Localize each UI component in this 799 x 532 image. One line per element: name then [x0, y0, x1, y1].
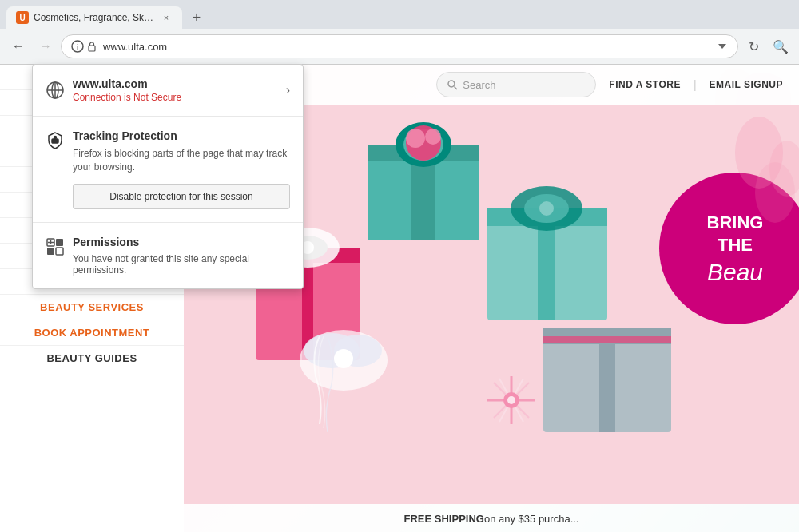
- tab-close-button[interactable]: ×: [160, 11, 173, 24]
- info-icon: i: [71, 40, 84, 53]
- svg-rect-8: [52, 139, 58, 143]
- svg-point-25: [406, 129, 425, 148]
- find-store-link[interactable]: FIND A STORE: [609, 79, 681, 90]
- svg-point-9: [54, 137, 57, 139]
- url-input[interactable]: [103, 41, 712, 53]
- tab-title: Cosmetics, Fragrance, Skinc: [34, 12, 155, 23]
- popup-permissions-section: Permissions You have not granted this si…: [33, 223, 303, 288]
- svg-rect-2: [89, 46, 95, 51]
- popup-site-name: www.ulta.com: [73, 77, 181, 90]
- svg-rect-13: [56, 239, 63, 246]
- search-placeholder: Search: [463, 79, 495, 91]
- svg-text:Beau: Beau: [707, 259, 763, 285]
- header-divider: |: [694, 78, 697, 91]
- globe-icon: [46, 81, 65, 100]
- email-signup-link[interactable]: EMAIL SIGNUP: [710, 79, 783, 90]
- shipping-suffix: on any $35 purcha...: [484, 513, 579, 525]
- shield-icon: [46, 131, 65, 150]
- lock-icon: [85, 40, 98, 53]
- svg-line-17: [455, 87, 458, 90]
- back-button[interactable]: ←: [6, 34, 30, 58]
- svg-text:BRING: BRING: [707, 212, 764, 232]
- tab-bar: U Cosmetics, Fragrance, Skinc × +: [0, 0, 799, 29]
- shipping-bar: FREE SHIPPING on any $35 purcha...: [184, 504, 799, 532]
- svg-text:i: i: [77, 43, 78, 51]
- nav-bar: ← → i ↻ 🔍: [0, 29, 799, 64]
- popup-permissions-desc: You have not granted this site any speci…: [73, 253, 290, 276]
- svg-point-26: [425, 129, 441, 145]
- svg-rect-14: [47, 248, 54, 255]
- sidebar-item-beauty-guides[interactable]: BEAUTY GUIDES: [0, 346, 184, 371]
- address-bar[interactable]: i: [61, 34, 738, 58]
- popup-permissions-title: Permissions: [73, 236, 290, 248]
- permissions-icon: [46, 237, 65, 256]
- svg-marker-3: [718, 44, 726, 49]
- sidebar-item-beauty-services[interactable]: BEAUTY SERVICES: [0, 295, 184, 320]
- svg-point-46: [334, 349, 353, 368]
- svg-point-38: [539, 201, 554, 216]
- security-popup: www.ulta.com Connection is Not Secure › …: [32, 64, 304, 289]
- refresh-button[interactable]: ↻: [741, 34, 765, 58]
- popup-chevron-icon[interactable]: ›: [286, 83, 290, 97]
- browser-tab[interactable]: U Cosmetics, Fragrance, Skinc ×: [6, 6, 182, 29]
- dropdown-icon[interactable]: [717, 41, 728, 52]
- svg-rect-15: [56, 248, 63, 255]
- address-right-icons: [717, 41, 728, 52]
- popup-tracking-desc: Firefox is blocking parts of the page th…: [73, 147, 290, 174]
- disable-protection-button[interactable]: Disable protection for this session: [73, 184, 290, 209]
- search-box[interactable]: Search: [436, 72, 596, 97]
- svg-rect-42: [543, 336, 671, 343]
- address-icons: i: [71, 40, 98, 53]
- popup-not-secure: Connection is Not Secure: [73, 92, 181, 103]
- search-button[interactable]: 🔍: [769, 34, 793, 58]
- tab-favicon: U: [16, 11, 29, 24]
- shipping-text: FREE SHIPPING: [404, 513, 484, 525]
- new-tab-button[interactable]: +: [185, 6, 208, 29]
- browser-chrome: U Cosmetics, Fragrance, Skinc × + ← → i: [0, 0, 799, 65]
- svg-point-16: [448, 81, 455, 87]
- popup-tracking-title: Tracking Protection: [73, 129, 290, 142]
- svg-point-61: [755, 162, 795, 223]
- svg-point-54: [507, 396, 515, 404]
- svg-text:THE: THE: [718, 235, 753, 255]
- sidebar-item-book-appointment[interactable]: BOOK APPOINTMENT: [0, 320, 184, 346]
- search-icon: [447, 79, 458, 90]
- popup-site-section: www.ulta.com Connection is Not Secure ›: [33, 65, 303, 117]
- popup-tracking-section: Tracking Protection Firefox is blocking …: [33, 117, 303, 223]
- forward-button: →: [34, 34, 58, 58]
